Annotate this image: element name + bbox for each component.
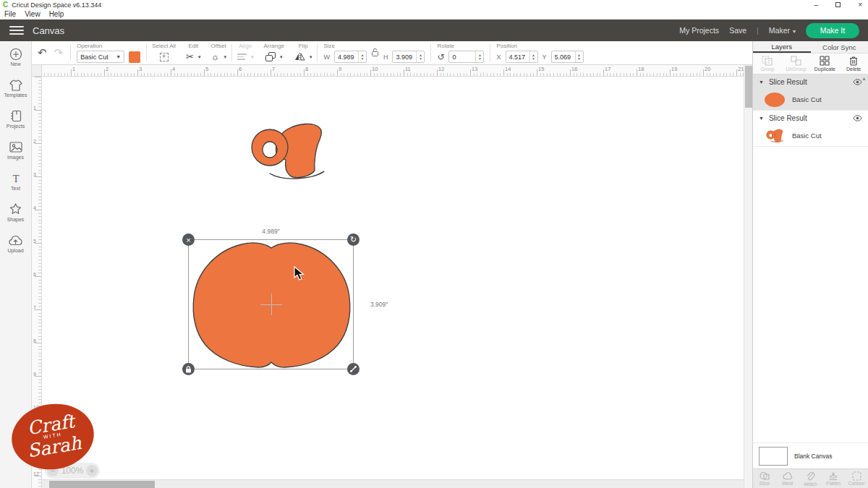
ruler-number: 5 (33, 239, 36, 244)
menu-help[interactable]: Help (49, 10, 64, 18)
action-label: Group (760, 67, 774, 72)
minimize-button[interactable]: – (814, 0, 819, 9)
ungroup-button: UnGroup (782, 53, 811, 74)
sidebar-item-templates[interactable]: Templates (0, 72, 31, 103)
offset-button[interactable]: Offset ☼▾ (205, 41, 231, 64)
ruler-number: 7 (33, 305, 36, 310)
layers-scrollbar[interactable]: ▲ ▼ (861, 76, 867, 479)
undo-icon[interactable]: ↶ (38, 46, 47, 59)
size-label: Size (323, 43, 335, 49)
horizontal-ruler: 0123456789101112131415161718192021 (32, 65, 744, 77)
layer-group-title: Slice Result (769, 78, 853, 86)
width-field[interactable]: ▲▼ (334, 51, 367, 63)
layer-group-header[interactable]: ▼Slice Result (753, 74, 868, 89)
maximize-button[interactable] (835, 0, 841, 9)
sidebar-item-new[interactable]: New (0, 41, 31, 72)
maximize-icon (835, 2, 841, 7)
make-it-button[interactable]: Make It (806, 23, 859, 38)
layer-row[interactable]: Basic Cut (753, 89, 868, 110)
layer-color-swatch[interactable] (129, 51, 140, 63)
vertical-scrollbar[interactable] (744, 65, 752, 488)
ruler-number: 3 (139, 66, 142, 72)
horizontal-scrollbar-thumb[interactable] (49, 481, 155, 488)
duplicate-button[interactable]: Duplicate (811, 53, 840, 74)
sidebar-item-images[interactable]: Images (0, 134, 31, 166)
width-input[interactable] (335, 53, 358, 61)
flatten-button: Flatten (822, 469, 845, 488)
sidebar-item-label: Images (7, 155, 24, 160)
upload-icon (9, 234, 22, 247)
layer-group-header[interactable]: ▼Slice Result (753, 111, 868, 125)
y-axis-label: Y (542, 53, 547, 61)
canvas-color-swatch[interactable] (759, 447, 788, 466)
delete-handle[interactable]: × (182, 234, 195, 246)
flip-button[interactable]: Flip ▾ (289, 41, 318, 64)
caret-down-icon: ▼ (116, 54, 121, 59)
design-canvas[interactable]: 0123456789101112131415161718192021 01234… (32, 65, 744, 488)
layer-row[interactable]: Basic Cut (753, 125, 868, 146)
tab-layers[interactable]: Layers (753, 41, 811, 53)
my-projects-link[interactable]: My Projects (679, 26, 719, 35)
vertical-scrollbar-thumb[interactable] (745, 66, 752, 108)
sidebar-item-projects[interactable]: Projects (0, 103, 31, 134)
operation-dropdown[interactable]: Basic Cut▼ (77, 51, 124, 63)
layer-group-title: Slice Result (769, 114, 853, 122)
position-x-input[interactable] (506, 53, 529, 61)
height-input[interactable] (393, 53, 416, 61)
ruler-number: 14 (505, 66, 511, 72)
height-stepper[interactable]: ▲▼ (416, 51, 424, 62)
close-button[interactable]: × (858, 0, 862, 9)
sidebar-item-shapes[interactable]: Shapes (0, 197, 31, 228)
tab-color-sync[interactable]: Color Sync (811, 41, 868, 53)
scroll-up-icon[interactable]: ▲ (861, 76, 867, 81)
width-stepper[interactable]: ▲▼ (358, 51, 366, 62)
sidebar-item-text[interactable]: TText (0, 166, 31, 197)
menu-file[interactable]: File (4, 10, 16, 18)
ruler-number: 19 (671, 66, 677, 72)
size-lock-icon[interactable] (371, 48, 379, 56)
align-icon (237, 52, 247, 61)
rotate-handle[interactable]: ↻ (347, 234, 359, 246)
position-label: Position (496, 43, 516, 49)
blank-canvas-row[interactable]: Blank Canvas (753, 442, 868, 468)
menu-view[interactable]: View (25, 10, 41, 18)
zoom-in-button[interactable]: + (86, 465, 98, 476)
save-link[interactable]: Save (729, 26, 746, 35)
layer-label: Basic Cut (792, 95, 822, 103)
position-y-field[interactable]: ▲▼ (551, 51, 584, 63)
new-icon (9, 47, 22, 61)
align-button: Align ▾ (232, 41, 259, 64)
ungroup-icon (791, 56, 801, 66)
selection-bounding-box[interactable]: 4.989" 3.909" × ↻ (188, 239, 354, 369)
action-label: Duplicate (814, 67, 835, 72)
position-y-stepper[interactable]: ▲▼ (575, 51, 583, 62)
machine-selector[interactable]: Maker▾ (769, 26, 796, 35)
window-controls: –× (814, 0, 862, 9)
lock-handle[interactable] (182, 363, 195, 375)
select-all-button[interactable]: Select All + (147, 41, 181, 64)
resize-handle[interactable] (347, 363, 359, 375)
rotate-stepper[interactable]: ▲▼ (475, 51, 483, 62)
position-x-field[interactable]: ▲▼ (506, 51, 538, 63)
pumpkin-stem-shape[interactable] (250, 121, 325, 183)
sidebar-item-label: Upload (7, 248, 23, 253)
rotate-input[interactable] (449, 53, 475, 61)
position-x-stepper[interactable]: ▲▼ (529, 51, 537, 62)
height-field[interactable]: ▲▼ (392, 51, 425, 63)
attach-button: Attach (799, 469, 822, 488)
horizontal-scrollbar[interactable] (42, 479, 744, 488)
sidebar-item-label: Projects (7, 124, 25, 129)
expander-triangle-icon[interactable]: ▼ (759, 116, 764, 121)
expander-triangle-icon[interactable]: ▼ (759, 80, 764, 85)
delete-button[interactable]: Delete (839, 53, 868, 74)
arrange-button[interactable]: Arrange ▾ (258, 41, 289, 64)
layer-group: ▼Slice ResultBasic Cut (753, 111, 868, 147)
sidebar-item-upload[interactable]: Upload (0, 228, 31, 259)
slice-icon (760, 471, 770, 481)
position-y-input[interactable] (552, 53, 575, 61)
hamburger-menu-icon[interactable] (9, 24, 24, 37)
ruler-number: 10 (372, 66, 378, 72)
rotate-field[interactable]: ▲▼ (448, 51, 484, 63)
edit-button[interactable]: Edit ✂▾ (181, 41, 205, 64)
rotate-icon: ↺ (437, 52, 444, 62)
